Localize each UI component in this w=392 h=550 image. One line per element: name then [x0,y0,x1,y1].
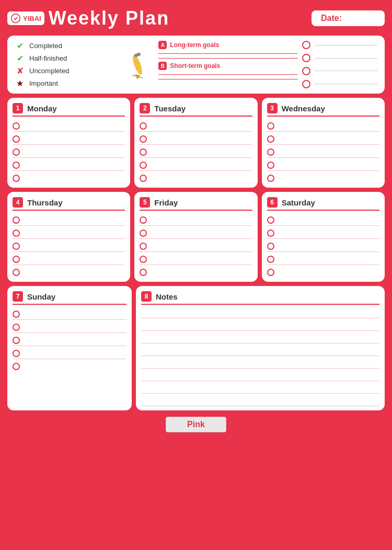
note-line[interactable] [141,372,379,381]
task-circle [140,230,147,237]
task-row[interactable] [13,173,125,184]
day-card-wednesday: 3 Wednesday [262,98,385,188]
legend-item-uncompleted: ✘ Uncompleted [15,66,122,76]
long-term-goals-section: A Long-term goals [158,41,298,59]
saturday-header: 6 Saturday [267,197,379,211]
task-row[interactable] [140,134,252,145]
task-row[interactable] [267,147,379,158]
task-row[interactable] [13,254,125,265]
task-row[interactable] [13,134,125,145]
task-row[interactable] [267,160,379,171]
task-line [23,311,126,317]
long-term-text: Long-term goals [170,41,219,49]
note-line[interactable] [141,384,379,394]
note-line[interactable] [141,347,379,356]
monday-number: 1 [13,103,23,113]
note-line[interactable] [141,334,379,343]
task-circle [267,162,274,169]
note-line[interactable] [141,359,379,369]
task-row[interactable] [140,147,252,158]
wednesday-name: Wednesday [282,104,325,113]
task-row[interactable] [13,241,125,252]
task-line [278,217,379,223]
wednesday-tasks [267,121,379,184]
saturday-name: Saturday [282,198,315,207]
task-row[interactable] [13,361,126,372]
task-row[interactable] [140,267,252,278]
pen-area [122,41,153,88]
short-term-line-2[interactable] [158,78,298,79]
goals-right-column [298,41,377,88]
task-row[interactable] [13,348,126,359]
days-grid-row-2: 4 Thursday 5 Friday [7,192,385,282]
day-card-friday: 5 Friday [134,192,257,282]
task-row[interactable] [140,228,252,239]
date-box[interactable]: Date: [312,10,385,26]
task-line [23,175,125,181]
completed-icon: ✔ [15,41,25,51]
thursday-tasks [13,215,125,278]
thursday-header: 4 Thursday [13,197,125,211]
task-row[interactable] [267,267,379,278]
short-term-line-1[interactable] [158,73,298,75]
legend-item-half: ✔ Half-finished [15,53,122,63]
sunday-number: 7 [13,291,23,302]
task-row[interactable] [267,134,379,145]
task-row[interactable] [140,254,252,265]
task-row[interactable] [267,215,379,226]
goal-circle-icon-1 [302,41,310,49]
task-circle [13,311,20,318]
task-row[interactable] [140,160,252,171]
sunday-tasks [13,309,126,372]
important-icon: ★ [15,78,25,88]
task-circle [267,122,274,130]
task-row[interactable] [13,309,126,320]
task-circle [267,216,274,224]
tuesday-tasks [140,121,252,184]
note-line[interactable] [141,322,379,331]
sunday-name: Sunday [27,292,55,301]
thursday-number: 4 [13,197,23,208]
top-section: ✔ Completed ✔ Half-finished ✘ Uncomplete… [7,36,385,94]
task-row[interactable] [13,215,125,226]
long-term-line-2[interactable] [158,57,298,59]
task-row[interactable] [13,160,125,171]
long-term-line-1[interactable] [158,52,298,54]
notes-header: 8 Notes [141,291,379,305]
task-row[interactable] [267,228,379,239]
note-line[interactable] [141,397,379,406]
task-row[interactable] [140,215,252,226]
task-row[interactable] [267,121,379,132]
task-line [23,123,125,129]
task-row[interactable] [267,241,379,252]
task-line [278,149,379,155]
task-row[interactable] [140,121,252,132]
tuesday-number: 2 [140,103,150,113]
task-line [23,162,125,168]
task-row[interactable] [13,121,125,132]
task-circle [140,175,147,182]
task-row[interactable] [140,173,252,184]
task-row[interactable] [267,254,379,265]
task-line [23,324,126,330]
half-finished-icon: ✔ [15,53,25,63]
goal-circle-1 [302,41,377,49]
note-line[interactable] [141,309,379,318]
task-row[interactable] [140,241,252,252]
task-row[interactable] [13,335,126,346]
task-row[interactable] [267,173,379,184]
logo-title-group: YIBAI Weekly Plan [7,7,169,29]
thursday-name: Thursday [27,198,63,207]
tuesday-name: Tuesday [154,104,186,113]
task-row[interactable] [13,322,126,333]
task-row[interactable] [13,228,125,239]
notes-name: Notes [156,292,178,301]
task-line [150,269,252,276]
task-circle [140,269,147,276]
goal-circle-icon-2 [302,54,310,62]
task-line [150,175,252,181]
task-row[interactable] [13,267,125,278]
task-line [23,269,125,276]
task-circle [13,269,20,276]
task-row[interactable] [13,147,125,158]
